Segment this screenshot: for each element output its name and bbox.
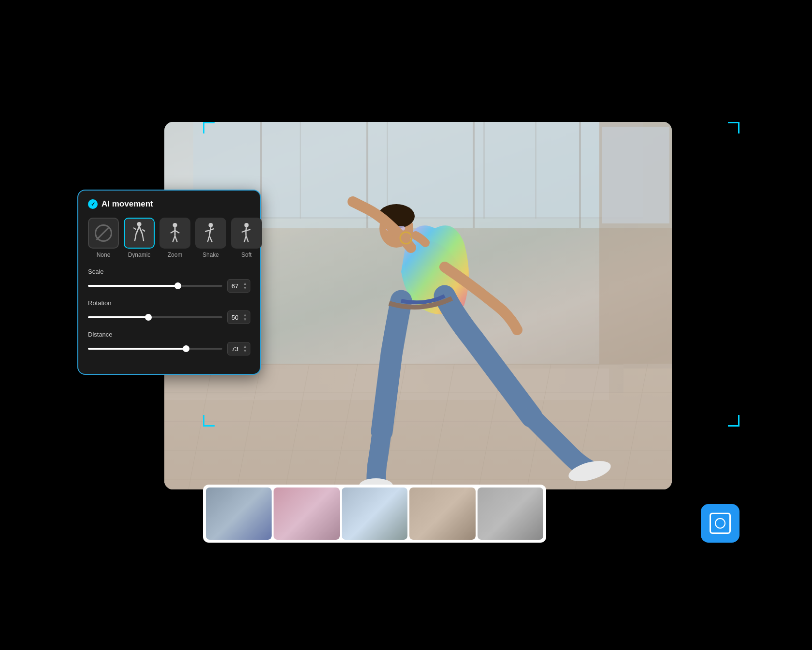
distance-slider-thumb[interactable] (183, 345, 189, 352)
movement-thumb-zoom (160, 218, 190, 249)
svg-line-38 (142, 234, 144, 241)
movement-label-soft: Soft (241, 251, 251, 258)
svg-line-34 (139, 226, 142, 234)
rotation-slider-track[interactable] (88, 316, 222, 318)
filmstrip-item-5[interactable] (478, 488, 543, 540)
movement-label-dynamic: Dynamic (128, 251, 151, 258)
mini-dancer-dynamic (132, 222, 146, 244)
movement-option-zoom[interactable]: Zoom (160, 218, 190, 258)
svg-line-33 (136, 226, 139, 234)
svg-line-43 (173, 236, 175, 242)
capture-button[interactable] (701, 504, 740, 543)
distance-up-arrow[interactable]: ▲ (242, 345, 248, 349)
filmstrip-item-3[interactable] (342, 488, 407, 540)
movement-label-none: None (97, 251, 111, 258)
mini-dancer-soft (239, 222, 254, 245)
none-icon (95, 224, 112, 242)
mini-dancer-shake (203, 222, 218, 245)
filmstrip-thumb-4 (409, 488, 475, 540)
filmstrip-thumb-2 (274, 488, 339, 540)
movement-label-shake: Shake (203, 251, 219, 258)
scale-arrows[interactable]: ▲ ▼ (242, 282, 248, 290)
svg-line-46 (209, 227, 211, 236)
movement-thumb-dynamic (124, 218, 155, 249)
svg-line-49 (208, 236, 210, 242)
movement-thumb-none (88, 218, 119, 249)
svg-line-54 (244, 236, 246, 242)
rotation-value-box: 50 ▲ ▼ (227, 310, 250, 324)
crop-corner-bottom-right (728, 415, 740, 427)
scale-label: Scale (88, 268, 250, 275)
main-scene: AI movement None (68, 83, 744, 567)
panel-check-icon (88, 199, 98, 209)
scale-slider-thumb[interactable] (174, 282, 181, 289)
movement-option-none[interactable]: None (88, 218, 119, 258)
filmstrip-thumb-5 (478, 488, 543, 540)
svg-point-32 (137, 222, 141, 226)
camera-viewfinder-icon (710, 513, 731, 534)
svg-point-39 (173, 223, 177, 227)
rotation-slider-row: 50 ▲ ▼ (88, 310, 250, 324)
rotation-arrows[interactable]: ▲ ▼ (242, 313, 248, 322)
scale-slider-row: 67 ▲ ▼ (88, 279, 250, 293)
rotation-down-arrow[interactable]: ▼ (242, 318, 248, 322)
rotation-slider-fill (88, 316, 148, 318)
movement-option-soft[interactable]: Soft (231, 218, 262, 258)
crop-corner-bottom-left (203, 415, 215, 427)
filmstrip-item-4[interactable] (409, 488, 475, 540)
movement-option-shake[interactable]: Shake (195, 218, 226, 258)
svg-line-44 (175, 236, 177, 242)
distance-arrows[interactable]: ▲ ▼ (242, 345, 248, 353)
rotation-label: Rotation (88, 299, 250, 307)
movement-thumb-soft (231, 218, 262, 249)
svg-line-50 (209, 236, 212, 242)
rotation-value: 50 (232, 314, 238, 321)
distance-value: 73 (232, 345, 238, 353)
distance-slider-section: Distance 73 ▲ ▼ (88, 331, 250, 355)
svg-line-47 (205, 231, 209, 232)
scale-value-box: 67 ▲ ▼ (227, 279, 250, 293)
svg-line-37 (135, 234, 136, 241)
filmstrip-thumb-1 (206, 488, 272, 540)
ai-movement-panel: AI movement None (77, 190, 261, 375)
panel-title: AI movement (102, 199, 153, 209)
movement-options-row: None Dynamic (88, 218, 250, 258)
distance-value-box: 73 ▲ ▼ (227, 342, 250, 355)
rotation-slider-thumb[interactable] (145, 314, 152, 321)
panel-header: AI movement (88, 199, 250, 209)
scale-slider-track[interactable] (88, 285, 222, 287)
distance-label: Distance (88, 331, 250, 338)
svg-rect-23 (602, 127, 669, 223)
filmstrip-item-2[interactable] (274, 488, 339, 540)
movement-option-dynamic[interactable]: Dynamic (124, 218, 155, 258)
filmstrip-thumb-3 (342, 488, 407, 540)
distance-slider-track[interactable] (88, 348, 222, 350)
crop-corner-top-left (203, 122, 215, 133)
svg-point-51 (244, 223, 248, 227)
svg-line-35 (133, 228, 136, 230)
filmstrip (203, 485, 546, 543)
rotation-up-arrow[interactable]: ▲ (242, 313, 248, 317)
crop-corner-top-right (728, 122, 740, 133)
svg-point-45 (208, 223, 213, 227)
scale-slider-section: Scale 67 ▲ ▼ (88, 268, 250, 293)
svg-line-55 (246, 236, 248, 242)
filmstrip-item-1[interactable] (206, 488, 272, 540)
svg-line-41 (171, 231, 175, 234)
distance-down-arrow[interactable]: ▼ (242, 349, 248, 353)
mini-dancer-zoom (168, 222, 182, 245)
scale-slider-fill (88, 285, 178, 287)
svg-line-36 (142, 230, 145, 232)
rotation-slider-section: Rotation 50 ▲ ▼ (88, 299, 250, 324)
svg-line-42 (175, 231, 179, 234)
scale-down-arrow[interactable]: ▼ (242, 286, 248, 290)
movement-label-zoom: Zoom (168, 251, 183, 258)
distance-slider-fill (88, 348, 186, 350)
movement-thumb-shake (195, 218, 226, 249)
scale-up-arrow[interactable]: ▲ (242, 282, 248, 286)
scale-value: 67 (232, 282, 238, 290)
distance-slider-row: 73 ▲ ▼ (88, 342, 250, 355)
